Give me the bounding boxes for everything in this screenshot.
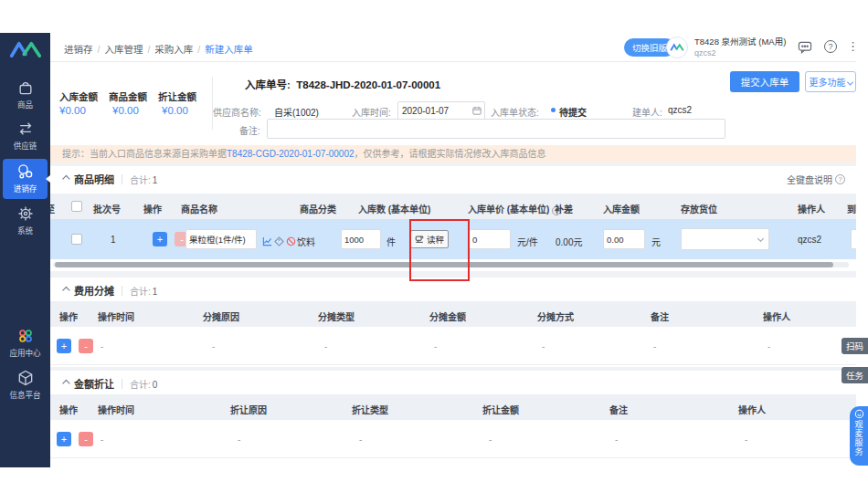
active-item-notch	[46, 175, 50, 183]
help-icon[interactable]: ?	[824, 40, 837, 53]
product-name-input[interactable]	[185, 229, 257, 249]
tenant-name: T8428 泉州测试 (MA用)	[694, 37, 786, 47]
amount-unit: 元	[651, 235, 661, 248]
select-all-checkbox[interactable]	[71, 201, 82, 212]
col-diff: 补差	[555, 202, 573, 215]
scan-code-tab[interactable]: 扫码	[842, 338, 868, 354]
task-tab[interactable]: 任务	[842, 367, 868, 383]
customer-service-tab[interactable]: 观麦服务	[850, 406, 868, 466]
forbidden-icon[interactable]	[286, 234, 296, 250]
price-unit: 元/件	[517, 235, 538, 248]
metric-value: ¥0.00	[162, 105, 188, 116]
qty-input[interactable]	[341, 229, 381, 249]
metric-value: ¥0.00	[59, 105, 86, 116]
message-icon[interactable]	[798, 41, 812, 58]
source-order-link[interactable]: T8428-CGD-2020-01-07-00002	[227, 149, 355, 159]
keyboard-help-link[interactable]: 全键盘说明?	[787, 173, 845, 186]
col-amount: 入库金额	[603, 202, 640, 215]
gear-icon	[0, 204, 50, 223]
sidebar-item-label: 应用中心	[1, 347, 48, 358]
creator-value: qzcs2	[668, 105, 692, 115]
sidebar-item-label: 进销存	[4, 183, 47, 194]
remark-label: 备注:	[239, 123, 260, 137]
tag-icon[interactable]	[274, 234, 284, 250]
order-summary-card: 入库金额 ¥0.00 商品金额 ¥0.00 折让金额 ¥0.00 入库单号: T…	[50, 62, 856, 145]
chevron-down-icon	[846, 79, 852, 86]
remove-share-button[interactable]: -	[79, 339, 93, 353]
add-share-button[interactable]: +	[57, 339, 71, 353]
remove-discount-button[interactable]: -	[79, 432, 93, 446]
storage-location-select[interactable]	[681, 228, 769, 250]
sidebar-item-label: 系统	[1, 225, 48, 236]
col-qty: 入库数 (基本单位)	[358, 202, 430, 215]
col-category: 商品分类	[300, 202, 336, 215]
apps-grid-icon	[0, 327, 50, 345]
batch-value: 1	[111, 235, 116, 245]
breadcrumb-item[interactable]: 进销存	[64, 44, 93, 55]
breadcrumb-item[interactable]: 入库管理	[104, 44, 143, 55]
metric-label: 商品金额	[109, 89, 147, 103]
user-info[interactable]: T8428 泉州测试 (MA用) qzcs2	[694, 37, 786, 58]
diff-value: 0.00元	[556, 235, 582, 248]
sidebar-item-supply-chain[interactable]: 供应链	[0, 120, 50, 152]
price-input[interactable]	[469, 229, 511, 249]
sidebar-item-label: 供应链	[1, 140, 48, 151]
amount-input[interactable]	[603, 229, 645, 249]
collapse-icon[interactable]	[62, 380, 69, 387]
sidebar-item-system[interactable]: 系统	[0, 204, 50, 236]
more-menu-icon[interactable]: ⋮	[847, 39, 859, 53]
sidebar-item-goods[interactable]: 商品	[0, 79, 50, 110]
col-name: 商品名称	[181, 202, 217, 215]
status-dot	[551, 108, 556, 112]
service-tab-label: 观麦服务	[853, 420, 865, 456]
add-discount-button[interactable]: +	[57, 432, 71, 446]
submit-inbound-button[interactable]: 提交入库单	[730, 71, 799, 92]
col-price: 入库单价 (基本单位)?	[468, 202, 561, 215]
avatar[interactable]	[666, 37, 688, 58]
collapse-icon[interactable]	[62, 175, 69, 183]
col-batch: 批次号	[93, 202, 121, 215]
sidebar-item-app-center[interactable]: 应用中心	[0, 327, 50, 359]
inbound-date-field[interactable]	[397, 101, 485, 121]
arrive-date-input[interactable]	[851, 229, 856, 249]
topbar: 进销存/入库管理/采购入库/新建入库单 切换旧版 T8428 泉州测试 (MA用…	[50, 33, 856, 62]
supplier-label: 供应商名称:	[213, 105, 261, 119]
cost-share-section: 费用分摊 合计:1 操作 操作时间 分摊原因 分摊类型 分摊金额 分摊方式 备注…	[50, 278, 856, 367]
row-checkbox[interactable]	[71, 234, 82, 245]
sidebar-item-label: 商品	[1, 99, 48, 110]
metric-label: 折让金额	[158, 89, 196, 103]
section-title: 金额折让	[74, 376, 114, 391]
notice-bar: 提示：当前入口商品信息来源自采购单据T8428-CGD-2020-01-07-0…	[50, 145, 856, 162]
username: qzcs2	[694, 47, 786, 58]
remark-input[interactable]	[267, 119, 725, 139]
price-trend-icon[interactable]	[262, 234, 272, 250]
sidebar-item-label: 信息平台	[1, 389, 48, 400]
discount-section: 金额折让 合计:0 操作 操作时间 折让原因 折让类型 折让金额 备注 操作人 …	[50, 371, 856, 467]
col-op: 操作	[143, 202, 162, 215]
discount-table-row: + - - - - - - -	[50, 420, 856, 458]
bag-icon	[0, 79, 50, 97]
status-value: 待提交	[559, 105, 587, 119]
col-operator: 操作人	[798, 202, 825, 215]
annotation-highlight-box	[409, 219, 470, 281]
more-actions-button[interactable]: 更多功能	[805, 71, 856, 92]
exchange-arrows-icon	[0, 120, 50, 138]
chevron-down-icon	[757, 236, 764, 242]
help-icon: ?	[835, 174, 845, 184]
category-value: 饮料	[297, 235, 315, 248]
goods-table-header: 至 批次号 操作 商品名称 商品分类 入库数 (基本单位) 入库单价 (基本单位…	[50, 194, 856, 219]
breadcrumb-item[interactable]: 采购入库	[154, 44, 193, 55]
sidebar: 商品 供应链 进销存 系统 应用中心 信息平台	[0, 33, 50, 467]
sidebar-item-inventory[interactable]: 进销存	[3, 159, 48, 199]
add-row-button[interactable]: +	[153, 232, 167, 246]
cube-icon	[0, 369, 50, 387]
collapse-icon[interactable]	[62, 287, 69, 294]
clipped-column: 至	[50, 202, 55, 215]
section-title: 商品明细	[74, 172, 114, 186]
status-label: 入库单状态:	[491, 105, 539, 119]
col-arrive: 到货	[847, 202, 856, 215]
operator-value: qzcs2	[798, 235, 821, 245]
sidebar-item-info-platform[interactable]: 信息平台	[0, 369, 50, 401]
app-logo	[0, 40, 50, 62]
share-table-header: 操作 操作时间 分摊原因 分摊类型 分摊金额 分摊方式 备注 操作人	[50, 301, 856, 327]
